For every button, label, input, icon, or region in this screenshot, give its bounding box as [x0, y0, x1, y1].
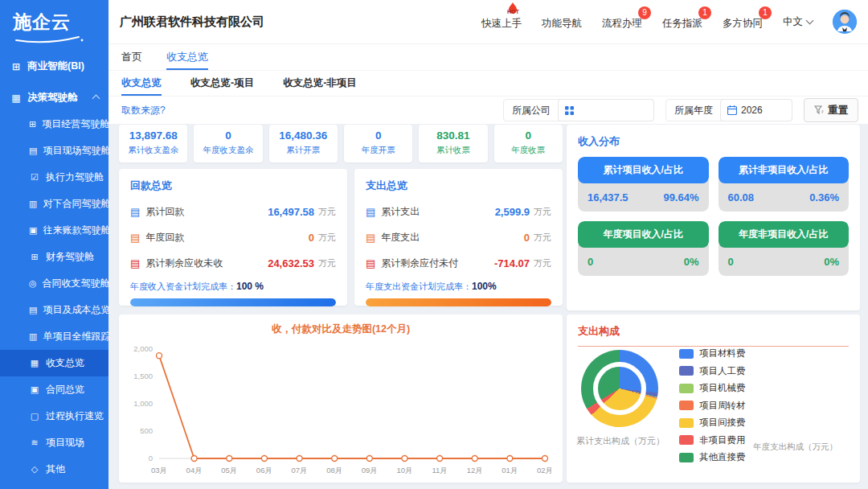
nav-task-assignment[interactable]: 任务指派1 — [662, 14, 702, 31]
avatar-icon — [833, 10, 857, 34]
subtab-overview[interactable]: 收支总览 — [121, 71, 162, 96]
sidebar-item-contract-overview[interactable]: ▣合同总览 — [0, 376, 108, 403]
document-icon: ▤ — [130, 232, 140, 244]
company-filter-label: 所属公司 — [504, 104, 559, 117]
svg-text:1,500: 1,500 — [133, 372, 153, 380]
sidebar-item-project-cost[interactable]: ▤项目及成本总览 — [0, 297, 108, 323]
legend-item[interactable]: 项目机械费 — [679, 380, 746, 397]
stat-row: ▤年度支出0万元 — [366, 231, 551, 244]
nav-process-handling[interactable]: 流程办理9 — [602, 14, 642, 31]
sidebar-item-project-operation[interactable]: ⊞项目经营驾驶舱 — [0, 111, 108, 138]
legend-item[interactable]: 其他直接费 — [679, 449, 746, 466]
legend-item[interactable]: 项目人工费 — [679, 363, 746, 380]
svg-text:02月: 02月 — [537, 466, 553, 475]
section-title: 支出构成 — [578, 324, 849, 339]
svg-text:07月: 07月 — [292, 466, 308, 475]
pie-caption-cumulative: 累计支出构成（万元） — [568, 435, 673, 447]
diamond-icon: ◇ — [29, 464, 40, 475]
svg-text:10月: 10月 — [396, 466, 412, 475]
document-icon: ▤ — [366, 232, 375, 244]
year-filter-group: 所属年度 2026 — [665, 99, 792, 121]
ledger-icon: ▣ — [29, 225, 37, 236]
svg-text:12月: 12月 — [467, 466, 483, 475]
pie-ring-icon — [593, 362, 646, 415]
app-logo: 施企云 — [0, 0, 108, 43]
kpi-card: 0年度收票 — [494, 125, 563, 162]
income-stat-card: 年度非项目收入/占比00% — [719, 221, 850, 276]
subtab-overview-project[interactable]: 收支总览-项目 — [190, 71, 254, 96]
nav-function-navigation[interactable]: 功能导航 — [542, 14, 582, 31]
pie-caption-annual: 年度支出构成（万元） — [753, 442, 837, 453]
grid-icon: ⊞ — [10, 61, 22, 72]
trend-chart-card: 收，付款对比及走势图(12个月) 05001,0001,5002,00003月0… — [119, 314, 563, 483]
tab-home[interactable]: 首页 — [121, 44, 142, 70]
check-box-icon: ☑ — [29, 172, 40, 183]
subtab-overview-non-project[interactable]: 收支总览-非项目 — [283, 71, 357, 96]
data-source-link[interactable]: 取数来源? — [121, 104, 166, 117]
svg-text:HOT: HOT — [507, 9, 520, 14]
sidebar-item-contract-income-expense[interactable]: ◎合同收支驾驶舱 — [0, 270, 108, 297]
badge-count: 1 — [698, 6, 711, 19]
document-icon: ▣ — [29, 384, 40, 395]
sidebar-item-income-expense-overview[interactable]: ▦收支总览 — [0, 350, 108, 376]
book-icon: ▦ — [29, 358, 40, 368]
nav-multi-party-collab[interactable]: 多方协同1 — [723, 14, 763, 31]
sub-tabs: 收支总览 收支总览-项目 收支总览-非项目 — [108, 71, 868, 97]
svg-text:1,000: 1,000 — [133, 399, 153, 408]
legend-chip-icon — [679, 384, 694, 393]
sidebar-item-execution[interactable]: ☑执行力驾驶舱 — [0, 164, 108, 191]
pie-legend: 项目材料费项目人工费项目机械费项目周转材项目间接费非项目费用其他直接费 — [679, 345, 746, 466]
sidebar-item-bi[interactable]: ⊞商业智能(BI) — [0, 53, 108, 80]
company-select-input[interactable] — [558, 99, 654, 121]
stat-row: ▤累计剩余应付未付-714.07万元 — [366, 257, 551, 270]
clipboard-icon: ▤ — [29, 146, 37, 156]
badge-count: 1 — [759, 6, 772, 19]
language-selector[interactable]: 中文 — [783, 15, 813, 29]
sidebar-group-decision-cockpit[interactable]: ▦决策驾驶舱 — [0, 84, 108, 111]
tab-income-expense-overview[interactable]: 收支总览 — [166, 44, 208, 70]
year-select-input[interactable]: 2026 — [720, 99, 792, 121]
document-icon: ▤ — [130, 206, 140, 218]
collection-overview-card: 回款总览 ▤累计回款16,497.58万元 ▤年度回款0万元 ▤累计剩余应收未收… — [119, 169, 347, 306]
svg-text:01月: 01月 — [502, 466, 518, 475]
trend-line-chart: 05001,0001,5002,00003月04月05月06月07月08月09月… — [124, 338, 558, 479]
income-stat-card: 年度项目收入/占比00% — [578, 221, 709, 276]
stat-row: ▤年度回款0万元 — [130, 231, 336, 244]
legend-item[interactable]: 非项目费用 — [679, 432, 746, 450]
badge-count: 9 — [638, 6, 651, 19]
clipboard-icon: ▥ — [29, 331, 37, 342]
sidebar-menu: ⊞商业智能(BI) ▦决策驾驶舱 ⊞项目经营驾驶舱 ▤项目现场驾驶舱 ☑执行力驾… — [0, 53, 108, 483]
document-icon: ▤ — [366, 257, 375, 269]
company-grid-icon — [565, 106, 574, 115]
legend-label: 项目材料费 — [699, 347, 746, 360]
sidebar-item-accounts[interactable]: ▣往来账款驾驶舱 — [0, 217, 108, 244]
sidebar-item-single-project-tracking[interactable]: ▥单项目全维跟踪 — [0, 323, 108, 350]
grid-icon: ⊞ — [29, 252, 40, 262]
legend-chip-icon — [679, 453, 694, 462]
nav-quick-start[interactable]: HOT 快速上手 — [481, 14, 522, 31]
company-name: 广州联君软件科技有限公司 — [120, 14, 264, 30]
stat-row: ▤累计剩余应收未收24,632.53万元 — [130, 257, 336, 270]
legend-label: 其他直接费 — [699, 451, 746, 463]
sidebar-item-process-quickview[interactable]: ▢过程执行速览 — [0, 403, 108, 429]
dashboard-icon: ⊞ — [29, 119, 36, 129]
sidebar-item-project-site-cockpit[interactable]: ▤项目现场驾驶舱 — [0, 138, 108, 164]
legend-chip-icon — [679, 349, 694, 359]
sidebar-item-project-site[interactable]: ≋项目现场 — [0, 429, 108, 456]
kpi-card: 0年度开票 — [344, 125, 412, 162]
user-avatar[interactable] — [833, 10, 857, 34]
legend-chip-icon — [679, 366, 694, 376]
legend-item[interactable]: 项目材料费 — [679, 345, 746, 363]
stat-row: ▤累计支出2,599.9万元 — [366, 205, 551, 219]
expense-pie-chart — [581, 350, 658, 427]
sidebar-item-other[interactable]: ◇其他 — [0, 456, 108, 483]
reset-button[interactable]: 重置 — [804, 98, 858, 122]
legend-item[interactable]: 项目周转材 — [679, 397, 746, 415]
calendar-icon: ▢ — [29, 411, 40, 421]
income-distribution-grid: 累计项目收入/占比16,437.599.64% 累计非项目收入/占比60.080… — [578, 157, 849, 276]
legend-item[interactable]: 项目间接费 — [679, 414, 746, 432]
stat-row: ▤累计回款16,497.58万元 — [130, 205, 336, 219]
sidebar-item-finance[interactable]: ⊞财务驾驶舱 — [0, 244, 108, 270]
svg-text:08月: 08月 — [326, 466, 342, 475]
sidebar-item-sub-contract[interactable]: ▥对下合同驾驶舱 — [0, 191, 108, 217]
